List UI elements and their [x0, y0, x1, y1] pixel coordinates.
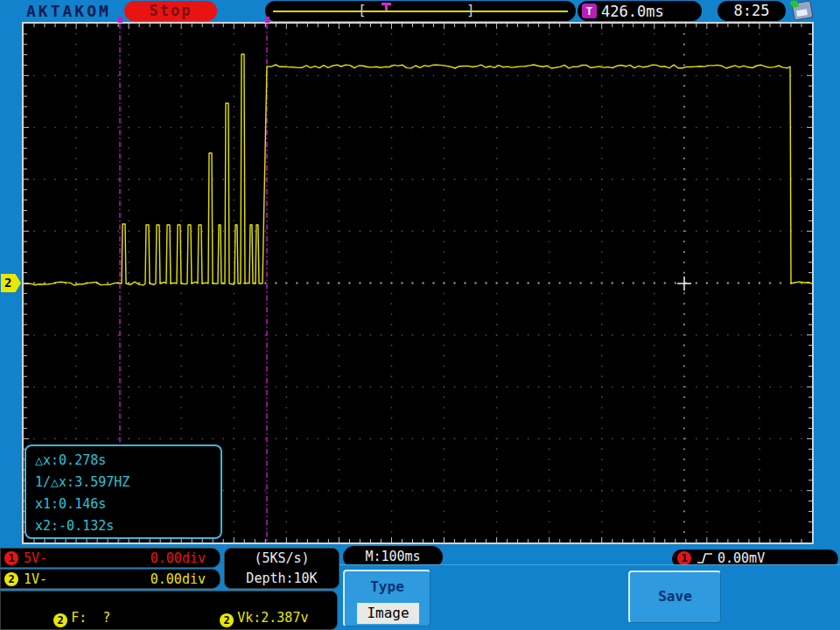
memory-position-bar: [ ] [265, 1, 576, 21]
measurements-panel: 2F: ? 2+D:85.2% 2Vk:2.387v 2V:1.404v [0, 591, 338, 630]
memory-window-left-bracket: [ [358, 2, 367, 19]
ch1-offset: 0.00div [150, 550, 206, 566]
sample-rate: (5KS/s) [225, 549, 339, 569]
cursor2-handle[interactable] [265, 17, 270, 23]
trigger-t-icon: T [582, 4, 597, 18]
ch1-scale: 5V- [24, 550, 47, 566]
cursor-x2: x2:-0.132s [35, 515, 212, 537]
save-button[interactable]: Save [628, 570, 721, 623]
cursor-inverse-delta-x: 1/△x:3.597HZ [35, 472, 212, 494]
cursor-delta-x: △x:0.278s [35, 450, 212, 472]
cursor-x1: x1:0.146s [35, 494, 212, 515]
trigger-time-indicator: T 426.0ms [578, 1, 702, 21]
ch2-offset: 0.00div [150, 571, 206, 587]
trigger-time-value: 426.0ms [601, 3, 664, 20]
memory-trigger-marker [382, 3, 391, 10]
clock: 8:25 [718, 1, 786, 21]
ch2-scale: 1V- [24, 571, 47, 587]
ch2-position-marker[interactable]: 2 [1, 274, 21, 292]
ch1-status: 1 5V- 0.00div [0, 548, 220, 568]
oscilloscope-screen: AKTAKOM Stop [ ] T 426.0ms 8:25 2 △x:0.2… [0, 0, 840, 630]
meas-v: 2V:1.404v [172, 612, 300, 630]
type-button-value: Image [357, 603, 419, 624]
trigger-channel-badge: 1 [677, 551, 691, 565]
acquisition-status: (5KS/s) Depth:10K [224, 548, 340, 589]
type-button-label: Type [345, 578, 430, 595]
cursor-measurement-panel: △x:0.278s 1/△x:3.597HZ x1:0.146s x2:-0.1… [24, 444, 222, 539]
memory-buffer-line [273, 10, 568, 12]
ch1-badge: 1 [4, 551, 18, 565]
memory-depth: Depth:10K [225, 569, 339, 589]
run-state-indicator[interactable]: Stop [124, 1, 217, 21]
type-button[interactable]: Type Image [343, 570, 430, 626]
ch2-status: 2 1V- 0.00div [0, 569, 220, 589]
cursor1-handle[interactable] [118, 17, 122, 23]
meas-duty: 2+D:85.2% [6, 612, 134, 630]
ch2-badge: 2 [4, 572, 18, 586]
brand-logo: AKTAKOM [26, 2, 111, 20]
memory-window-right-bracket: ] [466, 2, 475, 19]
rising-edge-icon [696, 552, 714, 565]
usb-storage-icon [791, 0, 813, 21]
save-button-label: Save [630, 572, 720, 621]
